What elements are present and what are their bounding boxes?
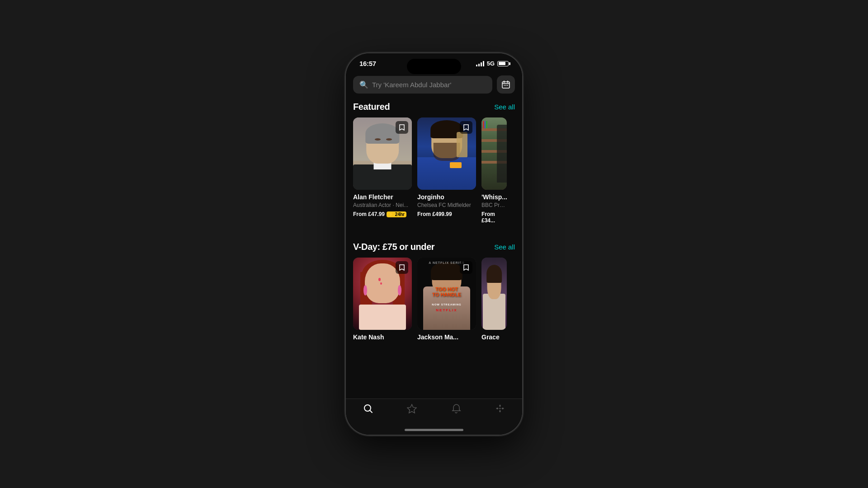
vday-section-header: V-Day: £75 or under See all <box>346 240 522 258</box>
card-alan-name: Alan Fletcher <box>353 193 412 201</box>
featured-cards-row: Alan Fletcher Australian Actor · Nei... … <box>346 117 522 233</box>
card-kate-nash[interactable]: Kate Nash <box>353 258 412 342</box>
nav-favorites[interactable] <box>390 404 434 413</box>
card-jackson-image: A NETFLIX SERIES TOO HOT TO HANDLE NOW S… <box>417 258 476 330</box>
battery-icon <box>497 61 509 66</box>
card-jorgi-price: From £499.99 <box>417 211 452 217</box>
card-whisp-name: 'Whisp... <box>481 193 507 201</box>
svg-point-11 <box>500 408 501 409</box>
card-alan-image <box>353 117 412 190</box>
svg-point-5 <box>505 85 506 86</box>
card-jackson[interactable]: A NETFLIX SERIES TOO HOT TO HANDLE NOW S… <box>417 258 476 342</box>
phone-screen: 16:57 5G 🔍 Try 'Kareem Abdul Jabbar <box>346 53 522 435</box>
card-whisp-desc: BBC Pres... <box>481 202 507 209</box>
search-input-wrap[interactable]: 🔍 Try 'Kareem Abdul Jabbar' <box>353 76 492 94</box>
card-whisp-image <box>481 117 507 190</box>
status-icons: 5G <box>476 60 509 67</box>
card-grace[interactable]: Grace <box>481 258 507 342</box>
scroll-content[interactable]: 🔍 Try 'Kareem Abdul Jabbar' <box>346 71 522 435</box>
card-jorginho[interactable]: Jorginho Chelsea FC Midfielder From £499… <box>417 117 476 224</box>
card-grace-name: Grace <box>481 333 507 341</box>
nav-more[interactable] <box>478 404 523 413</box>
featured-section-header: Featured See all <box>346 100 522 117</box>
bookmark-alan[interactable] <box>396 121 408 134</box>
dynamic-island <box>407 59 461 74</box>
nav-search-icon <box>363 404 373 413</box>
card-grace-image <box>481 258 507 330</box>
nav-notifications[interactable] <box>434 404 478 413</box>
card-alan-desc: Australian Actor · Nei... <box>353 202 412 209</box>
flash-badge-alan: ⚡ 24hr <box>387 211 406 217</box>
card-alan-fletcher[interactable]: Alan Fletcher Australian Actor · Nei... … <box>353 117 412 224</box>
signal-bars-icon <box>476 61 484 66</box>
svg-line-8 <box>370 411 372 413</box>
card-jorgi-image <box>417 117 476 190</box>
card-whisp[interactable]: 'Whisp... BBC Pres... From £34... <box>481 117 507 224</box>
card-kate-image <box>353 258 412 330</box>
vday-see-all[interactable]: See all <box>494 243 515 251</box>
search-input[interactable]: Try 'Kareem Abdul Jabbar' <box>372 81 451 89</box>
status-time: 16:57 <box>359 60 376 67</box>
card-alan-price-row: From £47.99 ⚡ 24hr <box>353 211 412 217</box>
featured-title: Featured <box>353 102 390 112</box>
svg-point-6 <box>507 85 508 86</box>
card-jorgi-price-row: From £499.99 <box>417 211 476 217</box>
card-whisp-price: From £34... <box>481 211 507 224</box>
nav-more-icon <box>495 404 505 413</box>
featured-see-all[interactable]: See all <box>494 103 515 111</box>
vday-title: V-Day: £75 or under <box>353 242 434 252</box>
search-icon: 🔍 <box>359 80 368 89</box>
card-alan-price: From £47.99 <box>353 211 385 217</box>
card-jorgi-desc: Chelsea FC Midfielder <box>417 202 476 209</box>
card-jackson-name: Jackson Ma... <box>417 333 476 341</box>
network-type: 5G <box>487 60 495 67</box>
card-whisp-price-row: From £34... <box>481 211 507 224</box>
home-indicator <box>405 429 463 431</box>
nav-notifications-icon <box>451 404 461 413</box>
card-jorgi-name: Jorginho <box>417 193 476 201</box>
card-kate-name: Kate Nash <box>353 333 412 341</box>
vday-cards-row: Kate Nash A NETFLIX SERIES <box>346 258 522 351</box>
phone-frame: 16:57 5G 🔍 Try 'Kareem Abdul Jabbar <box>346 53 522 435</box>
search-bar-row: 🔍 Try 'Kareem Abdul Jabbar' <box>346 71 522 100</box>
nav-search[interactable] <box>346 404 390 413</box>
bookmark-jackson[interactable] <box>460 261 472 274</box>
calendar-button[interactable] <box>497 75 515 94</box>
svg-marker-9 <box>407 404 416 413</box>
nav-favorites-icon <box>407 404 417 413</box>
svg-point-4 <box>504 85 505 86</box>
bookmark-jorgi[interactable] <box>460 121 472 134</box>
bookmark-kate[interactable] <box>396 261 408 274</box>
